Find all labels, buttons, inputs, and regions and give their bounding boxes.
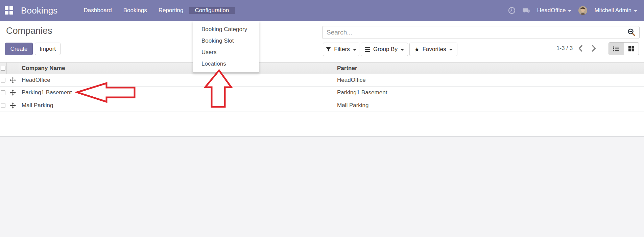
company-switcher[interactable]: HeadOffice <box>537 7 572 14</box>
chevron-down-icon <box>353 49 356 51</box>
filters-button[interactable]: Filters <box>323 43 359 56</box>
view-switcher <box>609 42 639 55</box>
cell-company-name: HeadOffice <box>22 74 50 86</box>
favorites-icon: ★ <box>414 47 419 52</box>
main-menu: Dashboard Bookings Reporting Configurati… <box>78 7 235 14</box>
pager-next-button[interactable] <box>590 44 598 52</box>
column-header-company-name[interactable]: Company Name <box>22 63 65 74</box>
menu-configuration[interactable]: Configuration <box>189 7 235 14</box>
create-button[interactable]: Create <box>5 43 33 55</box>
pagination-range: 1-3 / 3 <box>554 45 575 52</box>
list-view-button[interactable] <box>609 43 624 55</box>
chevron-down-icon <box>401 49 404 51</box>
chat-icon[interactable] <box>523 7 530 14</box>
menu-dashboard[interactable]: Dashboard <box>78 7 118 14</box>
group-by-button[interactable]: Group By <box>361 43 408 56</box>
row-checkbox[interactable] <box>1 103 5 108</box>
top-navbar: Bookings Dashboard Bookings Reporting Co… <box>0 0 644 21</box>
chevron-down-icon <box>634 10 637 12</box>
table-header: Company Name Partner <box>0 62 644 74</box>
favorites-label: Favorites <box>423 46 446 53</box>
cell-partner: HeadOffice <box>337 74 366 86</box>
kanban-view-button[interactable] <box>624 43 639 55</box>
clock-icon[interactable] <box>508 7 516 14</box>
drag-handle-icon[interactable] <box>10 90 16 96</box>
table-row[interactable]: Mall Parking Mall Parking <box>0 99 644 112</box>
list-view-icon <box>613 46 619 51</box>
navbar-left: Bookings Dashboard Bookings Reporting Co… <box>0 0 235 21</box>
configuration-dropdown: Booking Category Booking Slot Users Loca… <box>193 21 259 73</box>
row-checkbox[interactable] <box>1 78 5 82</box>
favorites-button[interactable]: ★ Favorites <box>409 43 457 56</box>
cell-partner: Parking1 Basement <box>337 87 387 99</box>
user-menu[interactable]: Mitchell Admin <box>594 7 637 14</box>
chevron-down-icon <box>568 10 571 12</box>
pager-previous-button[interactable] <box>577 44 585 52</box>
cell-partner: Mall Parking <box>337 99 369 112</box>
systray: HeadOffice Mitchell Admin <box>508 0 644 21</box>
table-row[interactable]: Parking1 Basement Parking1 Basement <box>0 87 644 99</box>
select-all-checkbox[interactable] <box>1 66 5 71</box>
dropdown-item-booking-category[interactable]: Booking Category <box>193 24 259 35</box>
search-icon[interactable] <box>627 28 636 37</box>
dropdown-item-locations[interactable]: Locations <box>193 58 259 70</box>
import-button[interactable]: Import <box>35 43 61 55</box>
table-row[interactable]: HeadOffice HeadOffice <box>0 74 644 87</box>
apps-grid-icon[interactable] <box>5 6 14 15</box>
dropdown-item-booking-slot[interactable]: Booking Slot <box>193 35 259 47</box>
column-header-partner[interactable]: Partner <box>337 63 357 74</box>
drag-handle-icon[interactable] <box>10 102 16 109</box>
menu-bookings[interactable]: Bookings <box>118 7 153 14</box>
cell-company-name: Parking1 Basement <box>22 87 72 99</box>
page-title: Companies <box>6 26 52 36</box>
company-switcher-label: HeadOffice <box>537 7 566 14</box>
cell-company-name: Mall Parking <box>22 99 53 112</box>
filter-icon <box>326 47 331 52</box>
filters-label: Filters <box>334 46 350 53</box>
menu-reporting[interactable]: Reporting <box>153 7 189 14</box>
search-bar <box>322 26 640 39</box>
app-brand[interactable]: Bookings <box>21 5 58 16</box>
drag-handle-icon[interactable] <box>10 77 16 83</box>
user-menu-label: Mitchell Admin <box>594 7 631 14</box>
group-by-icon <box>365 47 370 52</box>
search-input[interactable] <box>323 29 627 36</box>
kanban-view-icon <box>628 46 634 51</box>
avatar[interactable] <box>578 6 587 15</box>
row-checkbox[interactable] <box>1 90 5 95</box>
dropdown-item-users[interactable]: Users <box>193 47 259 58</box>
chevron-down-icon <box>449 49 453 51</box>
group-by-label: Group By <box>373 46 398 53</box>
